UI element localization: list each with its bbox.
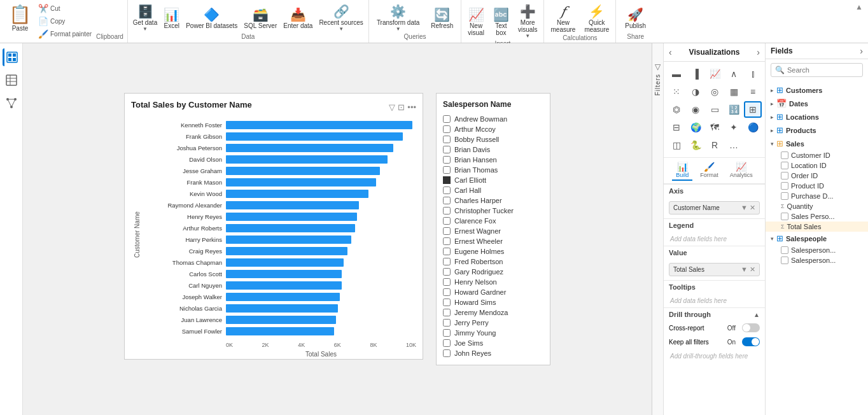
enter-data-button[interactable]: 📥 Enter data bbox=[281, 6, 315, 31]
viz-icon-btn[interactable]: ▦ bbox=[725, 83, 743, 100]
field-group-header[interactable]: ▸ ⊞ Products bbox=[766, 123, 868, 137]
filter-checkbox[interactable] bbox=[443, 309, 451, 316]
filter-checkbox[interactable] bbox=[443, 349, 451, 357]
field-group-header[interactable]: ▸ ⊞ Locations bbox=[766, 110, 868, 123]
new-visual-button[interactable]: 📈 New visual bbox=[464, 6, 488, 38]
viz-icon-btn[interactable]: 🗺 bbox=[706, 119, 724, 136]
field-tree-item[interactable]: Customer ID bbox=[766, 150, 868, 160]
keep-filters-switch[interactable] bbox=[742, 337, 760, 346]
field-tree-item[interactable]: Salesperson... bbox=[766, 255, 868, 265]
viz-icon-btn[interactable]: ◫ bbox=[668, 137, 685, 153]
viz-icon-btn[interactable]: ∧ bbox=[725, 66, 743, 82]
legend-section-header[interactable]: Legend bbox=[664, 219, 765, 232]
bar[interactable] bbox=[226, 316, 336, 324]
bar[interactable] bbox=[226, 270, 342, 278]
viz-icon-btn[interactable]: ⏣ bbox=[668, 101, 685, 118]
field-tree-item[interactable]: Sales Perso... bbox=[766, 211, 868, 222]
field-group-header[interactable]: ▸ ⊞ Customers bbox=[766, 83, 868, 97]
filters-strip[interactable]: ▽ Filters bbox=[652, 43, 664, 415]
bar[interactable] bbox=[226, 121, 412, 129]
filter-checkbox[interactable] bbox=[443, 146, 451, 153]
bar[interactable] bbox=[226, 247, 347, 255]
drill-through-header[interactable]: Drill through ▲ bbox=[664, 308, 765, 321]
chart-container[interactable]: Total Sales by Customer Name ▽ ⊡ ••• Cus… bbox=[124, 93, 423, 360]
bar[interactable] bbox=[226, 327, 334, 335]
viz-icon-btn[interactable]: ⁙ bbox=[668, 83, 685, 100]
field-checkbox[interactable] bbox=[781, 172, 788, 179]
axis-dropdown-icon[interactable]: ▼ bbox=[741, 204, 748, 212]
viz-icon-btn[interactable]: ▬ bbox=[668, 66, 685, 82]
tooltips-section-header[interactable]: Tooltips bbox=[664, 281, 765, 293]
filter-checkbox[interactable] bbox=[443, 329, 451, 337]
bar[interactable] bbox=[226, 258, 344, 267]
bar[interactable] bbox=[226, 155, 388, 164]
checkbox-filled[interactable] bbox=[443, 176, 451, 184]
viz-panel-prev[interactable]: ‹ bbox=[669, 47, 672, 57]
field-checkbox[interactable] bbox=[781, 162, 788, 169]
filter-checkbox[interactable] bbox=[443, 299, 451, 306]
viz-icon-btn[interactable]: 🐍 bbox=[687, 137, 704, 153]
bar[interactable] bbox=[226, 178, 376, 186]
data-view-icon[interactable] bbox=[3, 71, 20, 89]
filter-checkbox[interactable] bbox=[443, 319, 451, 327]
field-tree-item[interactable]: Σ Quantity bbox=[766, 201, 868, 211]
field-checkbox[interactable] bbox=[781, 151, 788, 159]
filter-checkbox[interactable] bbox=[443, 237, 451, 245]
drill-through-collapse-icon[interactable]: ▲ bbox=[753, 311, 760, 318]
viz-icon-btn[interactable]: 🔵 bbox=[744, 119, 762, 136]
refresh-button[interactable]: 🔄 Refresh bbox=[426, 6, 458, 31]
field-tree-item[interactable]: Purchase D... bbox=[766, 191, 868, 201]
paste-button[interactable]: 📋 Paste bbox=[6, 3, 34, 33]
more-visuals-button[interactable]: ➕ More visuals ▼ bbox=[514, 3, 542, 40]
analytics-viz-tab[interactable]: 📈 Analytics bbox=[726, 160, 757, 181]
fields-search-input[interactable] bbox=[787, 66, 858, 74]
viz-icon-btn[interactable]: 🔢 bbox=[725, 101, 743, 118]
field-checkbox[interactable] bbox=[781, 246, 788, 254]
viz-icon-btn[interactable]: ⊟ bbox=[668, 119, 685, 136]
viz-icon-btn[interactable]: … bbox=[725, 137, 743, 153]
filter-checkbox[interactable] bbox=[443, 227, 451, 235]
filter-checkbox[interactable] bbox=[443, 258, 451, 265]
viz-icon-btn[interactable]: ◎ bbox=[706, 83, 724, 100]
transform-data-button[interactable]: ⚙️ Transform data ▼ bbox=[372, 3, 424, 33]
bar[interactable] bbox=[226, 201, 359, 209]
filter-checkbox[interactable] bbox=[443, 166, 451, 174]
bar[interactable] bbox=[226, 167, 380, 175]
new-measure-button[interactable]: 𝑓 New measure bbox=[547, 3, 579, 34]
field-group-header[interactable]: ▸ 📅 Dates bbox=[766, 97, 868, 110]
filter-checkbox[interactable] bbox=[443, 136, 451, 143]
viz-icon-btn[interactable]: ✦ bbox=[725, 119, 743, 136]
value-section-header[interactable]: Value bbox=[664, 246, 765, 259]
fields-expand-icon[interactable]: › bbox=[860, 46, 863, 56]
field-tree-item[interactable]: Location ID bbox=[766, 160, 868, 171]
filter-checkbox[interactable] bbox=[443, 197, 451, 204]
cross-report-switch[interactable] bbox=[742, 323, 760, 332]
focus-mode-icon[interactable]: ⊡ bbox=[398, 102, 405, 112]
bar[interactable] bbox=[226, 132, 403, 141]
build-viz-tab[interactable]: 📊 Build bbox=[672, 160, 692, 181]
field-checkbox[interactable] bbox=[781, 192, 788, 200]
field-checkbox[interactable] bbox=[781, 182, 788, 190]
viz-icon-btn[interactable]: R bbox=[706, 137, 724, 153]
quick-measure-button[interactable]: ⚡ Quick measure bbox=[580, 3, 613, 34]
bar[interactable] bbox=[226, 293, 340, 301]
bar[interactable] bbox=[226, 224, 355, 232]
text-box-button[interactable]: 🔤 Text box bbox=[489, 6, 513, 38]
bar[interactable] bbox=[226, 213, 357, 221]
value-field-tag[interactable]: Total Sales ▼ ✕ bbox=[669, 263, 760, 276]
more-options-icon[interactable]: ••• bbox=[407, 102, 416, 112]
filter-checkbox[interactable] bbox=[443, 268, 451, 276]
axis-remove-icon[interactable]: ✕ bbox=[750, 204, 755, 212]
filter-checkbox[interactable] bbox=[443, 278, 451, 286]
field-tree-item[interactable]: Product ID bbox=[766, 181, 868, 191]
sql-server-button[interactable]: 🗃️ SQL Server bbox=[241, 6, 279, 31]
viz-icon-btn[interactable]: ▐ bbox=[687, 66, 704, 82]
filter-checkbox[interactable] bbox=[443, 115, 451, 123]
field-group-header[interactable]: ▾ ⊞ Sales bbox=[766, 137, 868, 150]
viz-icon-btn[interactable]: ◉ bbox=[687, 101, 704, 118]
filter-checkbox[interactable] bbox=[443, 125, 451, 133]
field-tree-item[interactable]: Σ Total Sales bbox=[766, 222, 868, 232]
filter-checkbox[interactable] bbox=[443, 288, 451, 296]
model-view-icon[interactable] bbox=[3, 94, 20, 112]
publish-button[interactable]: 🚀 Publish bbox=[619, 6, 652, 31]
